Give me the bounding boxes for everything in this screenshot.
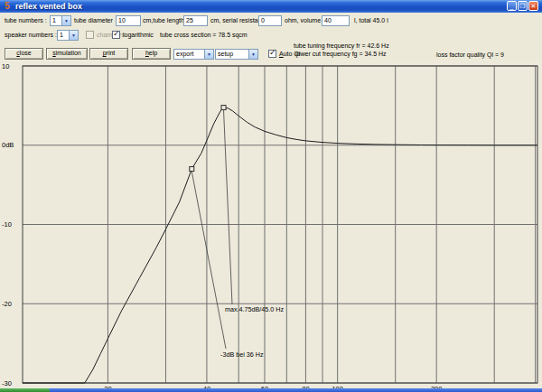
chevron-down-icon[interactable]: ▼ bbox=[248, 50, 257, 59]
marker-annotation: -3dB bei 36 Hz bbox=[220, 350, 264, 359]
help-button[interactable]: help bbox=[132, 48, 171, 60]
auto-ql-label: Auto Ql bbox=[279, 48, 300, 60]
volume-input[interactable]: 40 bbox=[322, 15, 350, 26]
tube-numbers-label: tube numbers : bbox=[5, 14, 47, 26]
tube-diameter-label: tube diameter bbox=[74, 14, 113, 26]
chevron-down-icon[interactable]: ▼ bbox=[204, 50, 213, 59]
setup-select[interactable]: setup ▼ bbox=[215, 49, 258, 60]
minimize-button[interactable]: _ bbox=[507, 1, 517, 11]
tube-diameter-input[interactable]: 10 bbox=[116, 15, 141, 26]
response-chart: 20406080100200100dB-10-20-30max.4.75dB/4… bbox=[0, 60, 542, 392]
logarithmic-label: logarithmic bbox=[123, 29, 154, 41]
reflex-vented-box-window: { "window": { "title": "reflex vented bo… bbox=[0, 0, 542, 392]
window-title: reflex vented box bbox=[15, 1, 82, 12]
speaker-numbers-value: 1 bbox=[60, 31, 63, 40]
y-axis-labels: 100dB-10-20-30 bbox=[2, 62, 14, 387]
chambers-checkbox[interactable] bbox=[86, 31, 94, 39]
cross-section-label: tube cross section = 78.5 sqcm bbox=[160, 29, 248, 41]
volume-label: ohm, volume bbox=[285, 14, 321, 26]
control-panel: tube numbers : 1 ▼ tube diameter 10 cm,t… bbox=[0, 13, 542, 60]
chevron-down-icon[interactable]: ▼ bbox=[61, 16, 70, 25]
taskbar[interactable] bbox=[0, 388, 542, 392]
annotation-leader-line bbox=[192, 172, 226, 349]
y-tick-label: 0dB bbox=[2, 141, 14, 149]
logarithmic-checkbox[interactable]: ✓ bbox=[112, 31, 120, 39]
auto-ql-checkbox[interactable]: ✓ bbox=[268, 50, 276, 58]
checkmark-icon: ✓ bbox=[269, 48, 276, 57]
setup-value: setup bbox=[218, 50, 233, 59]
tube-numbers-select[interactable]: 1 ▼ bbox=[50, 15, 71, 26]
frequency-info: tube tuning frequency fr = 42.6 Hz lower… bbox=[294, 42, 389, 58]
title-bar: 5 reflex vented box _ ❐ ✕ bbox=[0, 0, 542, 13]
response-curve bbox=[23, 107, 537, 383]
cutoff-frequency-text: lower cut frequency fg = 34.5 Hz bbox=[294, 50, 389, 58]
y-tick-label: -20 bbox=[2, 300, 12, 308]
close-button[interactable]: close bbox=[5, 48, 43, 60]
checkmark-icon: ✓ bbox=[113, 29, 120, 38]
tuning-frequency-text: tube tuning frequency fr = 42.6 Hz bbox=[294, 42, 389, 50]
curve-marker bbox=[190, 167, 194, 172]
start-button[interactable] bbox=[0, 388, 50, 392]
annotation-leader-line bbox=[224, 110, 232, 304]
curve-marker bbox=[221, 106, 226, 110]
app-icon: 5 bbox=[3, 1, 12, 11]
tube-length-input[interactable]: 25 bbox=[183, 15, 208, 26]
tube-numbers-value: 1 bbox=[52, 16, 56, 25]
simulation-button[interactable]: simulation bbox=[46, 48, 88, 60]
grid-lines bbox=[23, 66, 537, 383]
chambers-label: chambers bbox=[97, 29, 125, 41]
close-window-button[interactable]: ✕ bbox=[528, 1, 538, 11]
chevron-down-icon[interactable]: ▼ bbox=[69, 31, 78, 40]
export-select[interactable]: export ▼ bbox=[173, 49, 214, 60]
chart-svg: 20406080100200100dB-10-20-30max.4.75dB/4… bbox=[0, 60, 542, 392]
y-tick-label: 10 bbox=[2, 62, 9, 70]
serial-resistance-input[interactable]: 0 bbox=[258, 15, 282, 26]
tube-length-label: cm,tube length: bbox=[143, 14, 186, 26]
y-tick-label: -30 bbox=[2, 379, 12, 387]
y-tick-label: -10 bbox=[2, 220, 12, 229]
speaker-numbers-label: speaker numbers : bbox=[5, 29, 57, 41]
restore-button[interactable]: ❐ bbox=[518, 1, 528, 11]
print-button[interactable]: print bbox=[89, 48, 128, 60]
total-volume-label: l, total 45.0 l bbox=[354, 14, 388, 26]
marker-annotation: max.4.75dB/45.0 Hz bbox=[225, 305, 285, 313]
speaker-numbers-select[interactable]: 1 ▼ bbox=[57, 30, 79, 41]
export-value: export bbox=[176, 50, 193, 59]
